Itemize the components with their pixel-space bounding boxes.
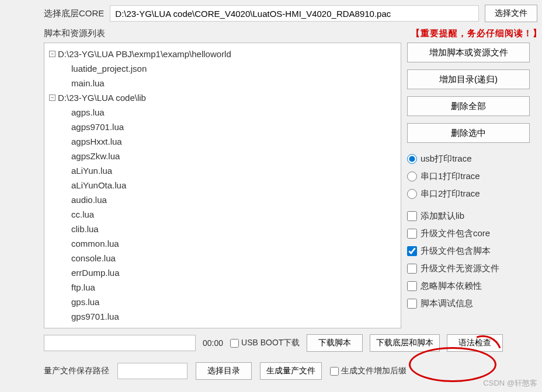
radio-input[interactable] [407,172,417,181]
delete-selected-button[interactable]: 删除选中 [407,123,530,143]
checkbox-label: 升级文件包含脚本 [421,246,491,257]
tree-file[interactable]: gps9701.lua [49,309,396,324]
add-dir-button[interactable]: 增加目录(递归) [407,69,530,89]
download-core-script-button[interactable]: 下载底层和脚本 [370,334,440,352]
checkbox-label: 升级文件包含core [421,228,490,239]
tree-file[interactable]: clib.lua [49,222,396,236]
tree-file[interactable]: errDump.lua [49,265,396,280]
ignore-dep-option[interactable]: 忽略脚本依赖性 [407,279,536,292]
radio-label: usb打印trace [421,153,472,164]
checkbox-label: 忽略脚本依赖性 [421,281,482,292]
tree-file[interactable]: agps.lua [49,105,396,120]
include-script-checkbox[interactable] [407,246,417,256]
checkbox-label: 脚本调试信息 [421,298,473,309]
trace-radio-option[interactable]: 串口2打印trace [407,187,536,200]
tree-file[interactable]: aLiYunOta.lua [49,178,396,192]
suffix-option[interactable]: 生成文件增加后缀 [330,366,406,376]
tree-file[interactable]: luatide_project.json [49,61,396,76]
output-path-input[interactable] [117,363,187,379]
radio-label: 串口1打印trace [421,171,480,182]
collapse-icon[interactable] [49,94,55,101]
select-dir-button[interactable]: 选择目录 [196,362,252,380]
add-default-lib-option[interactable]: 添加默认lib [407,209,536,222]
trace-radio-option[interactable]: usb打印trace [407,152,536,165]
file-tree[interactable]: D:\23-YG\LUA PBJ\exmp1\examp\helloworld … [44,43,401,328]
tree-folder[interactable]: D:\23-YG\LUA code\lib [49,90,396,105]
add-default-lib-checkbox[interactable] [407,211,417,221]
core-label: 选择底层CORE [44,8,104,19]
tree-file[interactable]: console.lua [49,251,396,265]
download-script-button[interactable]: 下载脚本 [307,334,363,352]
tree-file[interactable]: gps.lua [49,295,396,309]
collapse-icon[interactable] [49,51,55,57]
tree-file[interactable]: agpsHxxt.lua [49,134,396,149]
warning-label: 【重要提醒，务必仔细阅读！】 [411,28,542,39]
choose-file-button[interactable]: 选择文件 [485,5,537,22]
debug-info-option[interactable]: 脚本调试信息 [407,297,536,310]
tree-file[interactable]: common.lua [49,236,396,251]
radio-label: 串口2打印trace [421,188,480,200]
delete-all-button[interactable]: 删除全部 [407,96,530,116]
tree-folder[interactable]: D:\23-YG\LUA PBJ\exmp1\examp\helloworld [49,47,396,61]
progress-bar [44,335,196,351]
watermark: CSDN @轩憨客 [483,378,537,388]
output-path-label: 量产文件保存路径 [44,366,109,376]
checkbox-label: 升级文件无资源文件 [421,263,499,274]
checkbox-label: 添加默认lib [421,211,464,222]
usb-boot-label: USB BOOT下载 [241,338,300,348]
include-core-checkbox[interactable] [407,229,417,239]
tree-file[interactable]: audio.lua [49,192,396,207]
tree-file[interactable]: agpsZkw.lua [49,149,396,163]
include-core-option[interactable]: 升级文件包含core [407,227,536,240]
usb-boot-option[interactable]: USB BOOT下载 [230,338,300,348]
tree-folder-label: D:\23-YG\LUA code\lib [58,93,146,103]
core-path-input[interactable] [110,5,479,22]
tree-file[interactable]: main.lua [49,76,396,90]
no-resource-option[interactable]: 升级文件无资源文件 [407,262,536,275]
tree-file[interactable]: aLiYun.lua [49,163,396,178]
usb-boot-checkbox[interactable] [230,339,239,348]
syntax-check-button[interactable]: 语法检查 [447,334,503,352]
debug-info-checkbox[interactable] [407,299,417,309]
script-list-label: 脚本和资源列表 [44,28,105,39]
tree-file[interactable]: cc.lua [49,207,396,222]
radio-input[interactable] [407,154,417,164]
add-script-button[interactable]: 增加脚本或资源文件 [407,43,530,62]
tree-file[interactable]: agps9701.lua [49,120,396,134]
generate-button[interactable]: 生成量产文件 [260,362,322,380]
time-label: 00:00 [203,338,223,348]
include-script-option[interactable]: 升级文件包含脚本 [407,244,536,257]
no-resource-checkbox[interactable] [407,264,417,274]
trace-radio-option[interactable]: 串口1打印trace [407,170,536,183]
suffix-label: 生成文件增加后缀 [341,366,406,376]
radio-input[interactable] [407,189,417,199]
tree-file[interactable]: ftp.lua [49,280,396,295]
ignore-dep-checkbox[interactable] [407,281,417,291]
tree-folder-label: D:\23-YG\LUA PBJ\exmp1\examp\helloworld [58,49,231,59]
suffix-checkbox[interactable] [330,367,339,376]
